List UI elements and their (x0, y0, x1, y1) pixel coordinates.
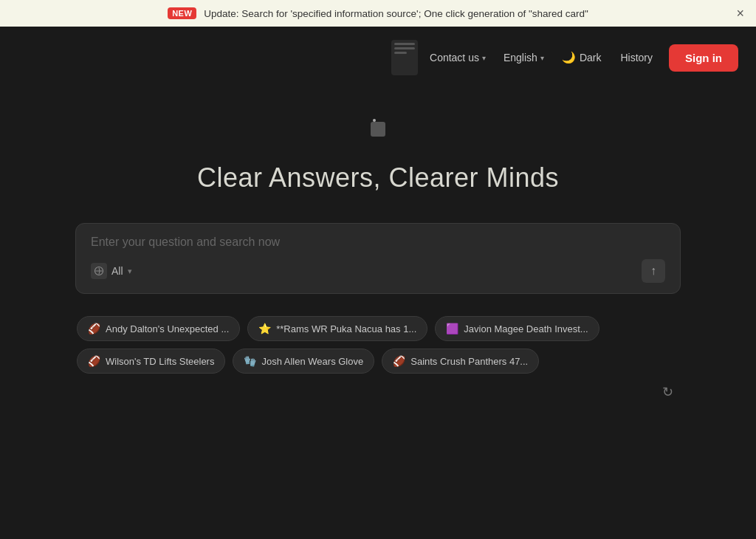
dark-mode-toggle[interactable]: 🌙 Dark (554, 47, 609, 69)
search-bottom-bar: All ▾ ↑ (91, 259, 665, 283)
chips-refresh-area: ↻ (75, 381, 681, 403)
suggestion-chip-6[interactable]: 🏈 Saints Crush Panthers 47... (382, 349, 539, 374)
language-label: English (504, 52, 537, 63)
sign-in-button[interactable]: Sign in (669, 44, 738, 72)
chip-label-5: Josh Allen Wears Glove (261, 356, 363, 367)
suggestion-chip-2[interactable]: ⭐ **Rams WR Puka Nacua has 1... (247, 316, 427, 341)
chip-label-3: Javion Magee Death Invest... (464, 323, 588, 334)
chip-icon-2: ⭐ (258, 323, 271, 334)
main-content: Clear Answers, Clearer Minds All ▾ ↑ (0, 89, 756, 374)
logo-icon (371, 122, 385, 137)
chip-icon-3: 🟪 (446, 323, 458, 334)
suggestion-chip-4[interactable]: 🏈 Wilson's TD Lifts Steelers (77, 349, 225, 374)
language-selector-button[interactable]: English ▾ (496, 47, 551, 68)
header-nav: Contact us ▾ English ▾ 🌙 Dark History Si… (0, 27, 756, 89)
search-submit-button[interactable]: ↑ (642, 259, 665, 283)
chip-icon-4: 🏈 (88, 355, 100, 367)
contact-us-button[interactable]: Contact us ▾ (422, 47, 493, 68)
contact-us-label: Contact us (430, 52, 479, 63)
suggestion-chip-1[interactable]: 🏈 Andy Dalton's Unexpected ... (77, 316, 240, 341)
source-label: All (111, 265, 123, 277)
search-box: All ▾ ↑ (75, 223, 681, 294)
suggestion-chip-3[interactable]: 🟪 Javion Magee Death Invest... (435, 316, 599, 341)
suggestion-chip-5[interactable]: 🧤 Josh Allen Wears Glove (233, 349, 374, 374)
chip-icon-5: 🧤 (244, 355, 256, 367)
language-chevron-icon: ▾ (540, 54, 544, 62)
refresh-button[interactable]: ↻ (656, 381, 679, 403)
source-icon (91, 263, 107, 279)
announcement-text: Update: Search for 'specified informatio… (204, 8, 588, 19)
contact-chevron-icon: ▾ (482, 54, 486, 62)
new-badge: NEW (168, 7, 196, 19)
source-chevron-icon: ▾ (128, 267, 132, 276)
suggestion-chips: 🏈 Andy Dalton's Unexpected ... ⭐ **Rams … (75, 316, 681, 374)
close-announcement-button[interactable]: × (736, 7, 744, 20)
page-headline: Clear Answers, Clearer Minds (197, 162, 559, 193)
announcement-bar: NEW Update: Search for 'specified inform… (0, 0, 756, 27)
chip-label-1: Andy Dalton's Unexpected ... (106, 323, 229, 334)
chip-label-2: **Rams WR Puka Nacua has 1... (276, 323, 416, 334)
arrow-up-icon: ↑ (650, 264, 656, 278)
chip-label-6: Saints Crush Panthers 47... (410, 356, 528, 367)
chip-label-4: Wilson's TD Lifts Steelers (106, 356, 214, 367)
source-selector[interactable]: All ▾ (91, 263, 132, 279)
search-input[interactable] (91, 236, 665, 249)
dark-label: Dark (580, 52, 602, 63)
moon-icon: 🌙 (562, 51, 576, 64)
search-history-thumbnail (391, 40, 418, 75)
history-button[interactable]: History (611, 47, 662, 68)
chip-icon-1: 🏈 (88, 323, 100, 334)
chip-icon-6: 🏈 (393, 355, 405, 367)
logo (360, 118, 396, 140)
